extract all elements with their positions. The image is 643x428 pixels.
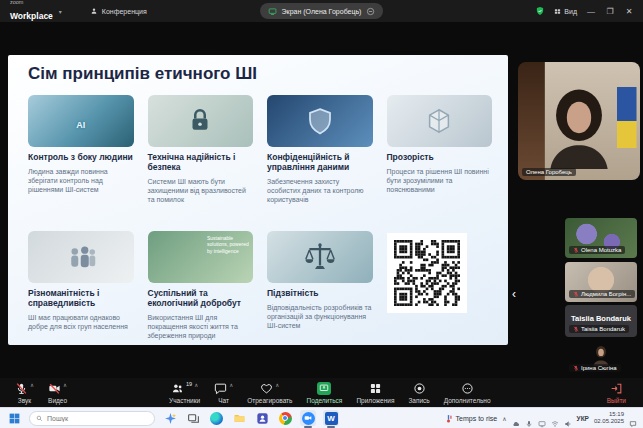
apps-grid-icon <box>369 382 382 395</box>
shield-icon <box>305 106 335 136</box>
audio-button[interactable]: ∧ Звук <box>8 382 41 404</box>
app-file-explorer[interactable] <box>231 410 247 426</box>
stop-share-icon[interactable] <box>366 7 375 16</box>
apps-label: Приложения <box>356 397 394 404</box>
speaker-name: Олена Горобець <box>526 169 572 175</box>
view-button[interactable]: Вид <box>554 8 577 15</box>
video-chevron-icon[interactable]: ∧ <box>63 383 67 389</box>
language-indicator[interactable]: УКР <box>577 415 589 422</box>
participant-tile[interactable]: Olena Motuzka <box>565 218 637 258</box>
search-input[interactable] <box>47 415 139 422</box>
mic-muted-icon <box>573 326 579 332</box>
participant-name: Людмила Богрін... <box>581 291 631 297</box>
chat-bubble-icon <box>214 382 227 395</box>
slide-title: Сім принципів етичного ШІ <box>28 64 257 84</box>
chat-button[interactable]: ∧ Чат <box>207 382 240 404</box>
security-shield-icon[interactable] <box>535 6 545 16</box>
qr-code-pattern <box>394 240 460 306</box>
participants-button[interactable]: 19 ∧ Участники <box>162 382 207 404</box>
app-chrome[interactable] <box>277 410 293 426</box>
taskbar-clock[interactable]: 15:19 02.05.2025 <box>594 411 624 425</box>
speaker-video-tile[interactable]: Олена Горобець <box>518 62 640 180</box>
participant-name-label: Ірина Сюгіна <box>569 364 621 372</box>
app-edge[interactable] <box>208 410 224 426</box>
app-word[interactable]: W <box>323 410 339 426</box>
app-teams[interactable] <box>254 410 270 426</box>
sustainability-caption: Sustainable solutions, powered by intell… <box>207 235 249 254</box>
principle-cards-grid: AI Контроль з боку людини Людина завжди … <box>28 95 492 345</box>
video-button[interactable]: ∧ Видео <box>41 382 74 404</box>
volume-icon[interactable] <box>564 414 572 422</box>
card-diversity-fairness: Різноманітність і справедливість ШІ має … <box>28 231 134 345</box>
record-icon <box>413 382 426 395</box>
tray-chevron-up-icon[interactable]: ∧ <box>502 415 506 422</box>
ai-image-label: AI <box>76 120 85 130</box>
card-image-padlock <box>148 95 254 147</box>
react-label: Отреагировать <box>247 397 292 404</box>
start-button[interactable] <box>6 410 22 426</box>
share-screen-button[interactable]: Поделиться <box>299 382 349 404</box>
sidebar-collapse-chevron[interactable]: ‹ <box>512 287 516 301</box>
record-button[interactable]: Запись <box>401 382 436 404</box>
card-desc: ШІ має працювати однаково добре для всіх… <box>28 313 134 331</box>
brand-small: zoom <box>10 0 53 6</box>
apps-button[interactable]: Приложения <box>349 382 401 404</box>
card-transparency: Прозорість Процеси та рішення ШІ повинні… <box>387 95 493 223</box>
participant-tile[interactable]: Taisiia Bondaruk Taisiia Bondaruk <box>565 305 637 337</box>
react-chevron-icon[interactable]: ∧ <box>275 383 279 389</box>
notifications-icon[interactable] <box>629 414 637 422</box>
participant-name-label: Olena Motuzka <box>569 246 625 254</box>
brand-chevron-down-icon[interactable]: ▾ <box>59 8 62 15</box>
maximize-button[interactable]: ❐ <box>605 7 615 16</box>
conference-tab[interactable]: Конференция <box>90 7 147 15</box>
copilot-button[interactable] <box>162 410 178 426</box>
view-grid-icon <box>554 8 561 15</box>
card-title: Конфіденційність й управління даними <box>267 153 373 173</box>
more-label: Дополнительно <box>444 397 491 404</box>
card-title: Технічна надійність і безпека <box>148 153 254 173</box>
close-button[interactable]: ✕ <box>624 7 634 16</box>
chat-label: Чат <box>218 397 229 404</box>
card-image-sustainability: Sustainable solutions, powered by intell… <box>148 231 254 283</box>
camera-off-icon <box>48 382 61 395</box>
mic-muted-icon <box>15 382 28 395</box>
zoom-workplace-logo: zoom Workplace <box>0 0 53 22</box>
react-button[interactable]: ∧ Отреагировать <box>240 382 299 404</box>
share-label: Поделиться <box>306 397 342 404</box>
copilot-stars-icon <box>164 412 177 425</box>
minimize-button[interactable]: — <box>586 7 596 16</box>
card-image-scales <box>267 231 373 283</box>
card-desc: Системи ШІ мають бути захищеними від вра… <box>148 177 254 205</box>
participant-tile[interactable]: Ірина Сюгіна <box>565 340 637 376</box>
leave-button[interactable]: Выйти <box>600 382 633 404</box>
participant-name: Olena Motuzka <box>581 247 621 253</box>
network-wifi-icon[interactable] <box>551 414 559 422</box>
qr-cell <box>387 231 493 345</box>
onedrive-cloud-icon[interactable] <box>512 414 520 422</box>
more-button[interactable]: Дополнительно <box>437 382 498 404</box>
card-title: Контроль з боку людини <box>28 153 134 163</box>
card-desc: Відповідальність розробників та організа… <box>267 303 373 331</box>
participant-tile[interactable]: Людмила Богрін... <box>565 262 637 302</box>
screen-share-pill[interactable]: Экран (Олена Горобець) <box>260 3 384 19</box>
mic-muted-icon <box>573 291 579 297</box>
mic-tray-icon[interactable] <box>525 414 533 422</box>
audio-chevron-icon[interactable]: ∧ <box>30 383 34 389</box>
taskbar-search[interactable] <box>29 411 155 426</box>
participants-chevron-icon[interactable]: ∧ <box>194 383 198 389</box>
conference-tab-label: Конференция <box>102 8 147 15</box>
brand-name: Workplace <box>10 11 53 21</box>
meeting-person-icon <box>90 7 98 15</box>
mic-muted-icon <box>573 247 579 253</box>
search-icon <box>36 415 43 422</box>
task-view-button[interactable] <box>185 410 201 426</box>
card-societal-wellbeing: Sustainable solutions, powered by intell… <box>148 231 254 345</box>
app-zoom[interactable] <box>300 410 316 426</box>
display-tray-icon[interactable] <box>538 414 546 422</box>
chat-chevron-icon[interactable]: ∧ <box>229 383 233 389</box>
weather-widget[interactable]: Temps to rise <box>444 414 498 423</box>
card-title: Різноманітність і справедливість <box>28 289 134 309</box>
shared-screen-icon <box>268 7 277 16</box>
clock-date: 02.05.2025 <box>594 418 624 425</box>
padlock-icon <box>185 106 215 136</box>
